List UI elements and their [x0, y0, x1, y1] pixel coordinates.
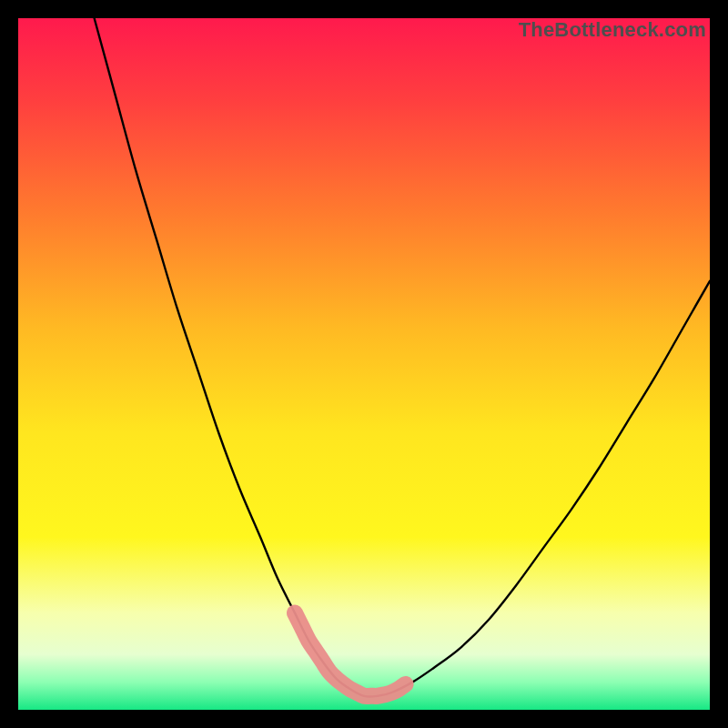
watermark-text: TheBottleneck.com: [519, 18, 706, 42]
bottleneck-curve-path: [95, 18, 710, 697]
outer-frame: TheBottleneck.com: [0, 0, 728, 728]
highlight-band-path: [295, 613, 406, 696]
chart-svg: [18, 18, 710, 710]
